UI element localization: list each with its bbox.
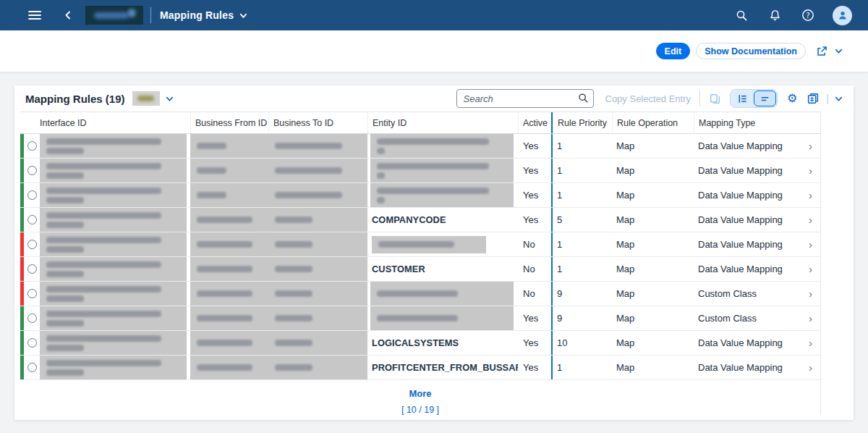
row-selector-radio[interactable]: [27, 240, 37, 249]
redacted-content: [268, 331, 367, 355]
row-selector-radio[interactable]: [27, 289, 37, 298]
redacted-content: [190, 208, 268, 232]
row-selector-radio[interactable]: [27, 363, 37, 372]
expanded-rows-toggle-icon[interactable]: [731, 91, 754, 106]
entity-id-cell: PROFITCENTER_FROM_BUSSAREA: [367, 356, 518, 379]
menu-icon[interactable]: [26, 7, 43, 24]
rule-priority-cell: 1: [553, 159, 612, 182]
row-selector-radio[interactable]: [27, 215, 37, 224]
variant-chevron-down-icon[interactable]: [165, 94, 174, 104]
business-from-id-cell: [190, 257, 268, 281]
business-to-id-cell: [268, 134, 367, 158]
share-chevron-down-icon[interactable]: [834, 46, 843, 56]
row-navigation-chevron-icon[interactable]: ›: [809, 361, 812, 374]
row-navigation-chevron-icon[interactable]: ›: [809, 214, 812, 226]
user-avatar[interactable]: [833, 6, 852, 25]
row-navigation-chevron-icon[interactable]: ›: [809, 263, 812, 275]
column-header-to[interactable]: Business To ID: [268, 112, 367, 133]
column-header-prio[interactable]: Rule Priority: [553, 112, 612, 133]
column-header-from[interactable]: Business From ID: [190, 112, 268, 133]
rule-operation-cell: Map: [612, 183, 694, 207]
search-input[interactable]: [456, 89, 594, 108]
show-documentation-button[interactable]: Show Documentation: [696, 43, 806, 59]
column-header-type[interactable]: Mapping Type: [694, 112, 796, 133]
interface-id-cell: [40, 232, 190, 256]
toolbar-divider: [699, 91, 700, 106]
business-to-id-cell: [268, 282, 367, 306]
row-navigation-chevron-icon[interactable]: ›: [809, 140, 812, 152]
app-title: Mapping Rules: [160, 9, 234, 21]
shell-divider: [150, 7, 151, 23]
column-header-entity[interactable]: Entity ID: [367, 112, 518, 133]
row-selector-cell: [24, 134, 40, 158]
table-row[interactable]: Yes9MapCustom Class›: [20, 306, 820, 331]
edit-button[interactable]: Edit: [656, 43, 691, 59]
redacted-content: [190, 257, 268, 281]
table-row[interactable]: No1MapData Value Mapping›: [20, 232, 820, 257]
row-counter: [ 10 / 19 ]: [20, 405, 820, 415]
active-cell: No: [518, 282, 553, 306]
business-from-id-cell: [190, 356, 268, 379]
search-magnifier-icon[interactable]: [578, 93, 589, 104]
notifications-bell-icon[interactable]: [766, 7, 783, 24]
row-navigation-chevron-icon[interactable]: ›: [809, 287, 812, 300]
table-row[interactable]: Yes1MapData Value Mapping›: [20, 159, 820, 183]
row-navigation-cell: ›: [796, 306, 821, 330]
business-from-id-cell: [190, 306, 268, 330]
rule-priority-cell: 9: [553, 306, 612, 330]
table-row[interactable]: COMPANYCODEYes5MapData Value Mapping›: [20, 208, 820, 232]
search-icon[interactable]: [733, 7, 750, 24]
back-chevron-icon[interactable]: [59, 7, 77, 24]
export-chevron-down-icon[interactable]: [834, 94, 843, 104]
row-selector-cell: [24, 159, 40, 182]
table-row[interactable]: Yes1MapData Value Mapping›: [20, 183, 820, 208]
table-body: Yes1MapData Value Mapping›Yes1MapData Va…: [20, 134, 820, 380]
header-selector-spacer: [24, 112, 40, 133]
share-icon[interactable]: [816, 45, 828, 57]
rule-priority-cell: 5: [553, 208, 612, 232]
table-row[interactable]: Yes1MapData Value Mapping›: [20, 134, 820, 159]
mapping-type-cell: Data Value Mapping: [694, 134, 796, 158]
entity-id-cell: [367, 183, 518, 207]
row-selector-radio[interactable]: [27, 166, 37, 175]
row-selector-radio[interactable]: [27, 338, 37, 348]
table-row[interactable]: CUSTOMERNo1MapData Value Mapping›: [20, 257, 820, 282]
redacted-content: [40, 134, 187, 158]
row-navigation-chevron-icon[interactable]: ›: [809, 238, 812, 251]
row-selector-radio[interactable]: [27, 314, 37, 323]
export-to-spreadsheet-icon[interactable]: [807, 92, 820, 105]
table-row[interactable]: LOGICALSYSTEMSYes10MapData Value Mapping…: [20, 331, 820, 356]
condensed-rows-toggle-icon[interactable]: [754, 91, 776, 106]
interface-id-cell: [40, 257, 190, 281]
row-navigation-cell: ›: [796, 208, 821, 232]
redacted-content: [268, 134, 367, 158]
settings-gear-icon[interactable]: ⚙: [787, 93, 797, 104]
redacted-content: [190, 159, 268, 182]
table-row[interactable]: No9MapCustom Class›: [20, 282, 820, 306]
row-selector-radio[interactable]: [27, 141, 37, 151]
row-selector-radio[interactable]: [27, 190, 37, 200]
business-from-id-cell: [190, 208, 268, 232]
row-selector-cell: [24, 183, 40, 207]
table-row[interactable]: PROFITCENTER_FROM_BUSSAREAYes1MapData Va…: [20, 356, 820, 380]
row-navigation-chevron-icon[interactable]: ›: [809, 312, 812, 324]
help-icon[interactable]: ?: [799, 7, 817, 24]
column-header-op[interactable]: Rule Operation: [612, 112, 694, 133]
row-navigation-chevron-icon[interactable]: ›: [809, 189, 812, 201]
variant-selector-redacted[interactable]: [132, 91, 160, 106]
row-selector-radio[interactable]: [27, 264, 37, 274]
rule-operation-cell: Map: [612, 306, 694, 330]
column-header-if[interactable]: Interface ID: [40, 112, 190, 133]
copy-icon[interactable]: [709, 93, 721, 105]
redacted-content: [372, 236, 486, 253]
business-from-id-cell: [190, 282, 268, 306]
more-link[interactable]: More: [20, 388, 820, 399]
row-navigation-chevron-icon[interactable]: ›: [809, 164, 812, 177]
rule-priority-cell: 1: [553, 356, 612, 379]
row-navigation-chevron-icon[interactable]: ›: [809, 337, 812, 349]
column-header-active[interactable]: Active: [518, 112, 553, 133]
table-toolbar: Mapping Rules (19) Copy Selected Entry: [14, 85, 854, 112]
copy-selected-entry-button[interactable]: Copy Selected Entry: [605, 93, 692, 104]
company-logo-redacted: [85, 6, 143, 25]
app-title-chevron-down-icon[interactable]: [239, 11, 248, 20]
